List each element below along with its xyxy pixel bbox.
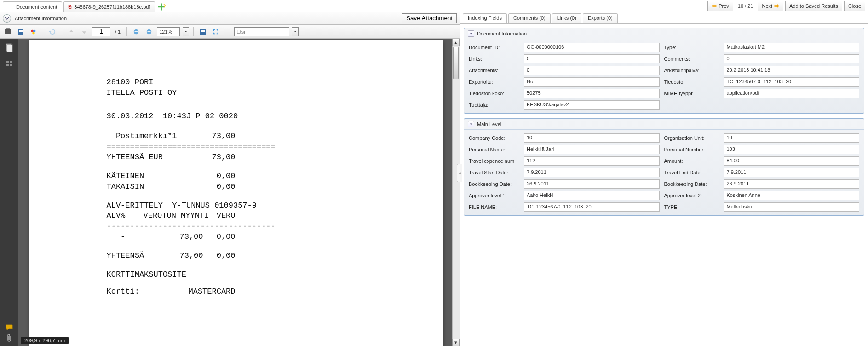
tab-links[interactable]: Links (0) <box>552 13 581 23</box>
field-value[interactable]: Heikkilä Jari <box>524 145 660 154</box>
field-label: Tiedosto: <box>664 79 719 85</box>
svg-rect-10 <box>6 61 9 63</box>
field-value[interactable]: 84,00 <box>724 156 860 166</box>
scroll-thumb[interactable] <box>453 47 459 79</box>
panel-header[interactable]: ▾ Document Information <box>464 28 864 39</box>
search-dropdown-button[interactable] <box>292 27 299 36</box>
save-attachment-button[interactable]: Save Attachment <box>402 13 457 23</box>
chevron-down-icon <box>5 16 9 21</box>
vertical-scrollbar[interactable]: ▴ ▾ <box>452 39 460 346</box>
search-input[interactable]: Etsi <box>234 27 289 36</box>
page-number-input[interactable] <box>92 27 110 36</box>
tab-indexing-fields[interactable]: Indexing Fields <box>463 13 507 23</box>
field-label: Travel Start Date: <box>469 170 519 175</box>
page-scroll-area[interactable]: 28100 PORI ITELLA POSTI OY 30.03.2012 10… <box>18 39 460 346</box>
zoom-out-button[interactable] <box>131 27 141 37</box>
print-button[interactable] <box>3 27 13 37</box>
pdf-toolbar: / 1 121% Etsi <box>0 25 460 39</box>
expand-attachment-button[interactable] <box>3 14 11 23</box>
field-label: Bookkeeping Date: <box>469 181 519 187</box>
page-down-button[interactable] <box>79 27 89 37</box>
tab-pdf-file[interactable]: ⎘ 345678-9_26257f11b188b18c.pdf <box>63 1 155 12</box>
field-value[interactable]: 0 <box>524 66 660 75</box>
next-button[interactable]: Next➡ <box>758 1 783 11</box>
scroll-down-button[interactable]: ▾ <box>452 339 460 346</box>
zoom-value: 121% <box>159 29 172 35</box>
field-value[interactable]: 112 <box>524 156 660 166</box>
field-value[interactable]: Koskinen Anne <box>724 191 860 200</box>
save-as-button[interactable] <box>198 27 208 37</box>
field-value[interactable]: application/pdf <box>724 89 860 98</box>
search-placeholder: Etsi <box>236 29 245 35</box>
pdf-page: 28100 PORI ITELLA POSTI OY 30.03.2012 10… <box>29 40 443 346</box>
color-tool-button[interactable] <box>29 27 39 37</box>
field-label: Exportoitu: <box>469 79 519 85</box>
field-value[interactable]: 0 <box>524 54 660 63</box>
field-value[interactable]: 7.9.2011 <box>724 168 860 177</box>
field-value[interactable]: 50275 <box>524 89 660 98</box>
undo-button[interactable] <box>47 27 57 37</box>
add-tab-button[interactable] <box>156 2 167 12</box>
receipt-text: 0,00 <box>203 232 236 242</box>
field-value[interactable]: 20.2.2013 10:41:13 <box>724 66 860 75</box>
field-label: Approver level 1: <box>469 193 519 198</box>
ball-icon <box>30 29 37 35</box>
field-value[interactable]: KESKUS\karjalav2 <box>524 100 660 110</box>
field-value[interactable]: 26.9.2011 <box>724 179 860 189</box>
receipt-text: 0,00 <box>203 251 236 261</box>
field-value[interactable]: Aalto Heikki <box>524 191 660 200</box>
tab-comments[interactable]: Comments (0) <box>508 13 551 23</box>
field-value[interactable]: OC-0000000106 <box>524 43 660 52</box>
bookmarks-panel-button[interactable] <box>5 59 13 68</box>
field-value[interactable]: 10 <box>724 133 860 143</box>
field-value[interactable]: 0 <box>724 54 860 63</box>
field-label: Company Code: <box>469 135 519 141</box>
attachment-bar: Attachment information Save Attachment <box>0 12 460 25</box>
receipt-text: Kortti: <box>107 287 139 297</box>
fit-page-button[interactable] <box>211 27 221 37</box>
field-value[interactable]: 10 <box>524 133 660 143</box>
save-button[interactable] <box>16 27 26 37</box>
pages-panel-button[interactable] <box>5 43 13 52</box>
prev-button[interactable]: ⬅Prev <box>707 1 733 11</box>
attachments-panel-button[interactable] <box>5 334 13 343</box>
tab-exports[interactable]: Exports (0) <box>583 13 618 23</box>
zoom-in-button[interactable] <box>144 27 154 37</box>
field-value[interactable]: 7.9.2011 <box>524 168 660 177</box>
panel-header[interactable]: ▾ Main Level <box>464 119 864 130</box>
field-label: Travel expence num <box>469 158 519 164</box>
field-value[interactable]: No <box>524 77 660 86</box>
receipt-text: 30.03.2012 10:43 <box>107 111 186 122</box>
collapse-splitter[interactable]: ◂ <box>457 164 462 182</box>
receipt-text: TAKAISIN <box>107 182 144 192</box>
receipt-text: Postimerkki*1 <box>107 131 177 142</box>
receipt-text: J P 02 0020 <box>186 111 238 122</box>
scroll-up-button[interactable]: ▴ <box>452 39 460 46</box>
tab-label: Document content <box>16 4 57 10</box>
field-value[interactable]: 26.9.2011 <box>524 179 660 189</box>
zoom-level-input[interactable]: 121% <box>157 27 180 36</box>
comments-panel-button[interactable] <box>5 323 13 332</box>
tab-document-content[interactable]: Document content <box>3 1 62 12</box>
field-label: Document ID: <box>469 45 519 50</box>
receipt-text: 73,00 <box>167 232 203 242</box>
add-saved-button[interactable]: Add to Saved Results <box>785 1 842 11</box>
arrow-right-icon: ➡ <box>774 2 779 9</box>
arrow-down-icon <box>81 29 87 35</box>
field-value[interactable]: TC_1234567-0_112_103_20 <box>524 202 660 212</box>
receipt-text: 28100 PORI <box>107 77 364 88</box>
receipt-text: ALV-ERITTELY Y-TUNNUS 0109357-9 <box>107 201 364 211</box>
zoom-dropdown-button[interactable] <box>183 27 189 36</box>
next-label: Next <box>762 3 772 9</box>
field-value[interactable]: Matkalasku <box>724 202 860 212</box>
bookmark-icon <box>5 59 13 68</box>
field-value[interactable]: TC_1234567-0_112_103_20 <box>724 77 860 86</box>
panel-document-information: ▾ Document Information Document ID: OC-0… <box>464 28 864 114</box>
page-up-button[interactable] <box>66 27 76 37</box>
save-icon <box>200 29 206 35</box>
document-icon <box>8 4 13 10</box>
close-button[interactable]: Close <box>844 1 865 11</box>
field-value[interactable]: 103 <box>724 145 860 154</box>
field-value[interactable]: Matkaslaskut M2 <box>724 43 860 52</box>
svg-rect-11 <box>10 61 12 63</box>
